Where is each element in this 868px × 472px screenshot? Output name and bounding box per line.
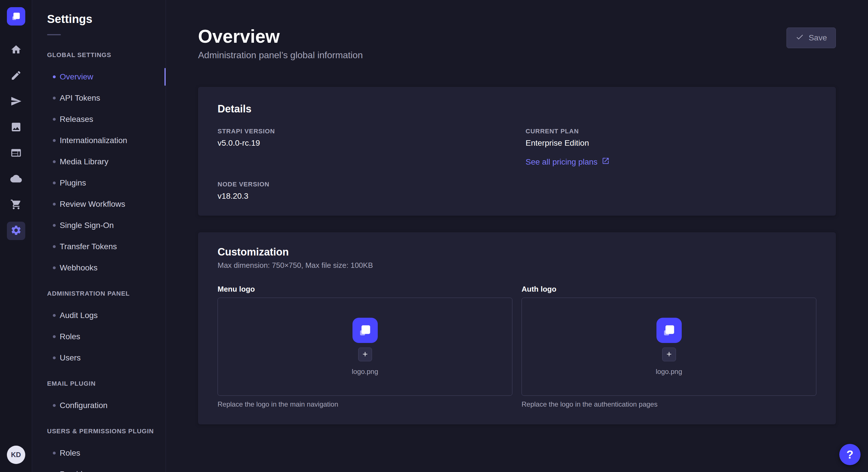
- external-link-icon: [601, 157, 610, 167]
- sidebar-item-label: Configuration: [60, 401, 107, 410]
- menu-logo-hint: Replace the logo in the main navigation: [218, 400, 513, 408]
- bullet-icon: [53, 224, 56, 227]
- menu-logo-add-button[interactable]: [358, 347, 372, 361]
- details-card: Details STRAPI VERSION v5.0.0-rc.19 CURR…: [198, 87, 836, 216]
- logo-uploads: Menu logo logo.png Replac: [218, 285, 816, 408]
- cart-icon: [10, 199, 22, 211]
- sidebar-item-label: Media Library: [60, 157, 108, 166]
- menu-logo-filename: logo.png: [352, 368, 378, 376]
- auth-logo-filename: logo.png: [656, 368, 682, 376]
- nav-content-manager[interactable]: [7, 67, 25, 85]
- strapi-logo[interactable]: [7, 7, 25, 26]
- field-label: CURRENT PLAN: [526, 128, 816, 135]
- paper-plane-icon: [10, 96, 22, 108]
- save-button[interactable]: Save: [786, 28, 836, 48]
- section-users-permissions-plugin: USERS & PERMISSIONS PLUGIN Roles Provide…: [32, 428, 166, 472]
- sidebar-item-transfer-tokens[interactable]: Transfer Tokens: [32, 236, 166, 257]
- sidebar-item-label: Plugins: [60, 178, 86, 188]
- sidebar-item-label: Roles: [60, 332, 81, 341]
- details-grid: STRAPI VERSION v5.0.0-rc.19 CURRENT PLAN…: [218, 128, 816, 201]
- sidebar-item-releases[interactable]: Releases: [32, 109, 166, 130]
- sidebar-item-up-providers[interactable]: Providers: [32, 464, 166, 472]
- sidebar-item-label: Transfer Tokens: [60, 242, 117, 251]
- nav-deploy[interactable]: [7, 170, 25, 189]
- sidebar-item-admin-roles[interactable]: Roles: [32, 326, 166, 347]
- pen-icon: [10, 70, 22, 82]
- section-email-plugin: EMAIL PLUGIN Configuration: [32, 380, 166, 416]
- sidebar-item-single-sign-on[interactable]: Single Sign-On: [32, 215, 166, 236]
- sidebar-item-email-configuration[interactable]: Configuration: [32, 395, 166, 416]
- sidebar-item-label: Releases: [60, 115, 93, 124]
- strapi-logo-glyph: [660, 322, 678, 339]
- bullet-icon: [53, 404, 56, 407]
- field-label: NODE VERSION: [218, 181, 508, 188]
- help-button[interactable]: ?: [839, 444, 861, 465]
- strapi-logo-glyph: [356, 322, 374, 339]
- bullet-icon: [53, 245, 56, 248]
- settings-gear-icon: [10, 225, 22, 237]
- settings-sidebar: Settings GLOBAL SETTINGS Overview API To…: [32, 0, 166, 472]
- nav-content-type-builder[interactable]: [7, 144, 25, 163]
- bullet-icon: [53, 160, 56, 163]
- avatar[interactable]: KD: [7, 446, 25, 464]
- sidebar-item-audit-logs[interactable]: Audit Logs: [32, 305, 166, 326]
- strapi-logo-glyph: [10, 10, 22, 23]
- menu-logo-dropzone[interactable]: logo.png: [218, 298, 513, 396]
- page-subtitle: Administration panel’s global informatio…: [198, 50, 363, 61]
- sidebar-item-label: Providers: [60, 470, 94, 472]
- sidebar-item-internationalization[interactable]: Internationalization: [32, 130, 166, 151]
- customization-card-title: Customization: [218, 246, 816, 258]
- field-label: STRAPI VERSION: [218, 128, 508, 135]
- sidebar-item-label: Users: [60, 353, 81, 363]
- sidebar-item-label: Overview: [60, 72, 93, 81]
- home-icon: [10, 44, 22, 57]
- menu-logo-upload: Menu logo logo.png Replac: [218, 285, 513, 408]
- sidebar-item-label: Roles: [60, 448, 81, 458]
- sidebar-item-label: API Tokens: [60, 94, 100, 103]
- navbar-icon-list: [7, 41, 25, 240]
- nav-settings[interactable]: [7, 222, 25, 240]
- nav-media-library[interactable]: [7, 119, 25, 137]
- section-label: USERS & PERMISSIONS PLUGIN: [47, 428, 166, 435]
- sidebar-item-overview[interactable]: Overview: [32, 66, 166, 88]
- auth-logo-preview: [656, 318, 682, 343]
- section-administration-panel: ADMINISTRATION PANEL Audit Logs Roles Us…: [32, 290, 166, 369]
- section-label: GLOBAL SETTINGS: [47, 51, 166, 59]
- sidebar-title: Settings: [47, 12, 166, 26]
- sidebar-item-label: Review Workflows: [60, 200, 125, 209]
- strapi-version-field: STRAPI VERSION v5.0.0-rc.19: [218, 128, 508, 148]
- sidebar-title-divider: [47, 34, 61, 35]
- sidebar-item-plugins[interactable]: Plugins: [32, 172, 166, 194]
- nav-releases[interactable]: [7, 93, 25, 111]
- auth-logo-dropzone[interactable]: logo.png: [522, 298, 816, 396]
- node-version-field: NODE VERSION v18.20.3: [218, 181, 508, 201]
- bullet-icon: [53, 452, 56, 454]
- question-mark-icon: ?: [846, 448, 854, 461]
- plus-icon: [665, 350, 673, 359]
- field-value: Enterprise Edition: [526, 138, 816, 148]
- pricing-plans-link[interactable]: See all pricing plans: [526, 157, 610, 167]
- sidebar-item-review-workflows[interactable]: Review Workflows: [32, 194, 166, 215]
- auth-logo-label: Auth logo: [522, 285, 816, 294]
- check-icon: [795, 33, 804, 43]
- current-plan-field: CURRENT PLAN Enterprise Edition See all …: [526, 128, 816, 167]
- details-card-title: Details: [218, 103, 816, 115]
- bullet-icon: [53, 97, 56, 100]
- section-label: EMAIL PLUGIN: [47, 380, 166, 387]
- nav-marketplace[interactable]: [7, 196, 25, 214]
- sidebar-item-webhooks[interactable]: Webhooks: [32, 257, 166, 278]
- bullet-icon: [53, 139, 56, 142]
- sidebar-item-admin-users[interactable]: Users: [32, 347, 166, 369]
- main-content: Overview Administration panel’s global i…: [166, 0, 868, 472]
- menu-logo-preview: [352, 318, 378, 343]
- main-navbar: KD: [0, 0, 32, 472]
- sidebar-item-media-library[interactable]: Media Library: [32, 151, 166, 172]
- sidebar-item-api-tokens[interactable]: API Tokens: [32, 88, 166, 109]
- save-button-label: Save: [809, 33, 827, 42]
- customization-card-subtitle: Max dimension: 750×750, Max file size: 1…: [218, 261, 816, 270]
- sidebar-item-up-roles[interactable]: Roles: [32, 442, 166, 464]
- nav-home[interactable]: [7, 41, 25, 59]
- auth-logo-add-button[interactable]: [662, 347, 676, 361]
- bullet-icon: [53, 181, 56, 184]
- customization-card: Customization Max dimension: 750×750, Ma…: [198, 232, 836, 425]
